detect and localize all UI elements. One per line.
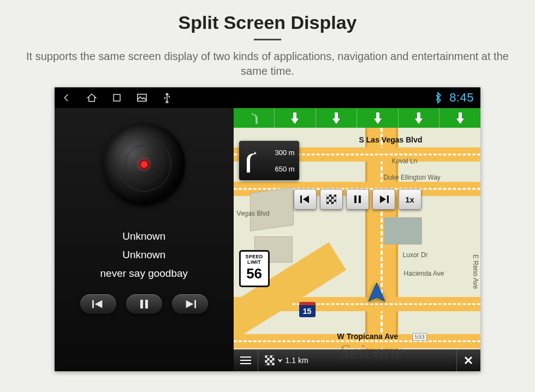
- street-label: Koval Ln: [392, 157, 418, 165]
- player-controls: [80, 294, 208, 314]
- turn-icon: [243, 151, 260, 173]
- lane-arrow-icon: [274, 108, 316, 128]
- svg-rect-17: [354, 195, 356, 203]
- svg-marker-16: [303, 195, 309, 203]
- svg-marker-7: [186, 300, 193, 308]
- picture-icon[interactable]: [136, 92, 147, 103]
- svg-rect-1: [114, 94, 120, 101]
- lane-arrow-icon: [234, 108, 275, 128]
- nav-destination-info[interactable]: 1.1 km: [258, 349, 315, 371]
- svg-marker-0: [88, 94, 96, 102]
- page-description: It supports the same screen display of t…: [22, 49, 513, 79]
- home-icon[interactable]: [86, 92, 97, 103]
- svg-marker-10: [291, 112, 299, 124]
- interstate-shield: 15: [299, 302, 316, 317]
- album-disc: [103, 123, 185, 205]
- lane-arrow-icon: [316, 108, 357, 128]
- speed-limit-label: LIMIT: [241, 259, 268, 265]
- navigation-pane[interactable]: S Las Vegas Blvd Koval Ln Duke Ellington…: [234, 108, 480, 371]
- nav-menu-button[interactable]: [234, 349, 258, 371]
- lane-arrow-icon: [398, 108, 439, 128]
- menu-icon: [240, 357, 251, 364]
- building: [384, 217, 422, 245]
- track-title: Unknown: [100, 227, 188, 246]
- disc-center-icon: [139, 159, 149, 169]
- street-label: Duke Ellington Way: [384, 174, 441, 181]
- svg-marker-9: [368, 283, 385, 301]
- turn-distance-far: 650 m: [275, 165, 294, 173]
- svg-rect-22: [240, 360, 251, 361]
- bluetooth-icon: [433, 92, 444, 103]
- nav-close-button[interactable]: [456, 349, 480, 371]
- track-name: never say goodbay: [100, 264, 188, 283]
- street-label: W Tropicana Ave: [337, 332, 399, 341]
- next-track-button[interactable]: [172, 294, 208, 314]
- street-label: Vegas Blvd: [237, 210, 270, 217]
- speed-limit-sign: SPEED LIMIT 56: [239, 250, 270, 287]
- close-icon: [464, 356, 473, 365]
- svg-marker-12: [374, 112, 382, 124]
- street-label: Luxor Dr: [403, 251, 428, 259]
- svg-rect-23: [240, 363, 251, 364]
- usb-icon[interactable]: [162, 92, 173, 103]
- status-bar-left: [61, 92, 173, 103]
- street-label: S Las Vegas Blvd: [359, 135, 423, 144]
- svg-rect-6: [145, 300, 148, 308]
- vehicle-marker-icon: [367, 282, 387, 306]
- track-artist: Unknown: [100, 246, 188, 264]
- recent-apps-icon[interactable]: [111, 92, 122, 103]
- split-container: Unknown Unknown never say goodbay: [55, 108, 480, 371]
- navigation-bottom-bar: 1.1 km: [234, 349, 480, 371]
- checkered-flag-icon: [265, 355, 275, 365]
- sim-speed-button[interactable]: 1x: [399, 189, 421, 210]
- checkered-flag-icon: [326, 194, 336, 204]
- street-label: Hacienda Ave: [404, 270, 444, 277]
- lane-arrow-icon: [439, 108, 480, 128]
- status-bar-right: 8:45: [433, 91, 474, 105]
- sim-pause-button[interactable]: [346, 189, 369, 210]
- lane-arrow-icon: [356, 108, 398, 128]
- svg-rect-21: [240, 357, 251, 358]
- track-metadata: Unknown Unknown never say goodbay: [100, 227, 188, 283]
- street-number-badge: 593: [413, 333, 427, 341]
- turn-distance-near: 300 m: [275, 149, 294, 157]
- pause-button[interactable]: [126, 294, 162, 314]
- turn-instruction-card: 300 m 650 m: [239, 141, 299, 180]
- svg-marker-14: [456, 112, 464, 124]
- svg-marker-11: [332, 112, 340, 124]
- svg-rect-8: [194, 300, 196, 308]
- building: [250, 187, 294, 231]
- page-title: Split Screen Display: [179, 12, 357, 33]
- svg-rect-15: [300, 195, 302, 203]
- chevron-down-icon: [278, 358, 282, 363]
- svg-rect-3: [92, 300, 94, 308]
- speed-limit-label: SPEED: [241, 254, 268, 259]
- distance-value: 1.1 km: [286, 356, 308, 365]
- sim-prev-button[interactable]: [294, 189, 317, 210]
- prev-track-button[interactable]: [80, 294, 116, 314]
- simulation-controls: 1x: [294, 189, 421, 210]
- lane-guidance-bar: [234, 108, 480, 128]
- music-pane[interactable]: Unknown Unknown never say goodbay: [55, 108, 234, 371]
- svg-marker-13: [415, 112, 423, 124]
- device-frame: 8:45 Unknown Unknown never say goodbay: [55, 87, 480, 371]
- svg-rect-18: [359, 195, 361, 203]
- back-icon[interactable]: [61, 92, 72, 103]
- sim-next-button[interactable]: [372, 189, 395, 210]
- title-underline: [254, 39, 281, 40]
- street-label: E Reno Ave: [472, 254, 479, 289]
- status-bar: 8:45: [55, 87, 480, 108]
- svg-marker-4: [94, 300, 102, 308]
- svg-rect-20: [387, 195, 389, 203]
- sim-waypoint-button[interactable]: [320, 189, 343, 210]
- svg-marker-19: [380, 195, 386, 203]
- svg-rect-5: [140, 300, 143, 308]
- clock: 8:45: [449, 91, 474, 105]
- speed-limit-value: 56: [241, 265, 268, 282]
